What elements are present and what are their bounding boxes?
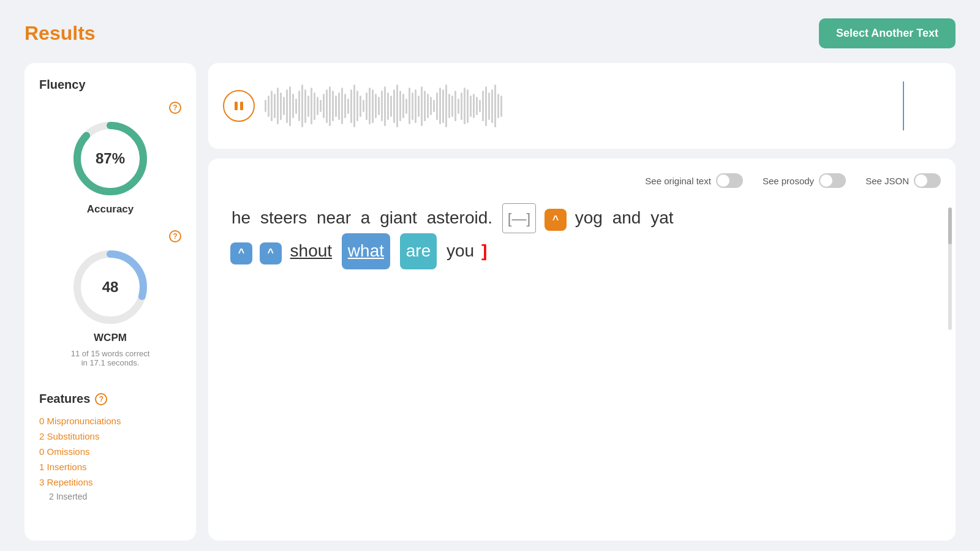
word-end-bracket: ] <box>481 241 487 260</box>
accuracy-value: 87% <box>96 150 125 167</box>
word-yog: yog <box>575 203 603 233</box>
header: Results Select Another Text <box>24 18 956 48</box>
feature-insertions[interactable]: 1 Insertions <box>39 459 181 474</box>
waveform <box>265 81 941 130</box>
word-are: are <box>400 233 437 269</box>
wcpm-donut: 48 <box>70 247 150 327</box>
main-layout: Fluency ? 87% Accuracy <box>24 63 956 541</box>
features-title: Features <box>39 392 90 406</box>
wcpm-description: 11 of 15 words correctin 17.1 seconds. <box>71 349 150 367</box>
word-steers: steers <box>260 203 307 233</box>
play-button[interactable] <box>223 90 255 122</box>
svg-rect-4 <box>235 102 238 110</box>
left-panel: Fluency ? 87% Accuracy <box>24 63 196 541</box>
toggle-json-label: See JSON <box>865 176 909 186</box>
play-icon <box>233 100 245 112</box>
toggle-prosody-switch[interactable] <box>819 173 846 188</box>
word-near: near <box>317 203 351 233</box>
scrollbar[interactable] <box>948 208 952 330</box>
feature-repetitions[interactable]: 3 Repetitions <box>39 474 181 490</box>
word-and: and <box>612 203 641 233</box>
wcpm-help-icon[interactable]: ? <box>169 230 181 242</box>
toggle-original-text-label: See original text <box>645 176 711 186</box>
page: Results Select Another Text Fluency ? <box>0 0 980 551</box>
text-panel: See original text See prosody See JSON <box>208 159 956 541</box>
toggle-json: See JSON <box>865 173 941 188</box>
wcpm-section: ? 48 WCPM 11 of 15 words correctin 17.1 … <box>39 230 181 380</box>
page-title: Results <box>24 22 96 45</box>
accuracy-help-icon[interactable]: ? <box>169 102 181 114</box>
wcpm-value: 48 <box>102 279 119 296</box>
svg-rect-5 <box>240 102 243 110</box>
waveform-panel <box>208 63 956 149</box>
toggles-row: See original text See prosody See JSON <box>223 173 941 188</box>
caret-blue-2: ^ <box>260 242 282 264</box>
word-you: you <box>447 236 474 266</box>
feature-mispronunciations[interactable]: 0 Mispronunciations <box>39 413 181 429</box>
word-a: a <box>361 203 371 233</box>
text-content: he steers near a giant asteroid. [—] ^ y… <box>223 203 941 269</box>
accuracy-donut: 87% <box>70 119 150 198</box>
select-another-text-button[interactable]: Select Another Text <box>819 18 956 48</box>
toggle-json-switch[interactable] <box>914 173 941 188</box>
word-yat: yat <box>650 203 673 233</box>
accuracy-label: Accuracy <box>87 203 134 216</box>
toggle-original-text-switch[interactable] <box>716 173 743 188</box>
caret-orange: ^ <box>545 209 567 231</box>
word-what: what <box>342 233 390 269</box>
word-giant: giant <box>380 203 417 233</box>
feature-substitutions[interactable]: 2 Substitutions <box>39 429 181 444</box>
wcpm-label: WCPM <box>94 332 127 344</box>
toggle-prosody-label: See prosody <box>763 176 814 186</box>
caret-blue-1: ^ <box>230 242 252 264</box>
word-shout: shout <box>290 236 333 266</box>
word-omitted-bracket: [—] <box>502 203 536 233</box>
scrollbar-thumb <box>948 208 952 244</box>
features-help-icon[interactable]: ? <box>95 393 107 405</box>
word-asteroid: asteroid. <box>427 203 492 233</box>
right-panels: See original text See prosody See JSON <box>208 63 956 541</box>
feature-omissions[interactable]: 0 Omissions <box>39 444 181 459</box>
accuracy-section: ? 87% Accuracy <box>39 102 181 218</box>
toggle-prosody: See prosody <box>763 173 846 188</box>
features-header: Features ? <box>39 392 181 406</box>
feature-sub-inserted: 2 Inserted <box>39 490 181 503</box>
toggle-original-text: See original text <box>645 173 743 188</box>
waveform-cursor <box>903 81 904 130</box>
word-he: he <box>232 203 251 233</box>
fluency-title: Fluency <box>39 78 181 92</box>
